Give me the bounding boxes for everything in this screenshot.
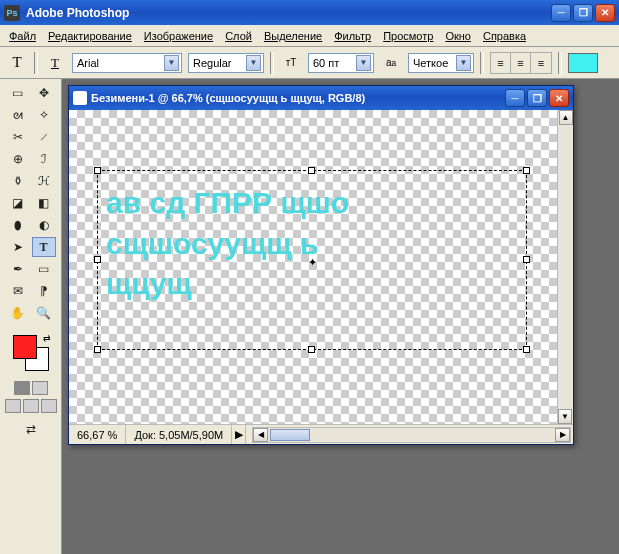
menubar: Файл Редактирование Изображение Слой Выд… <box>0 25 619 47</box>
screen-mode-1[interactable] <box>5 399 21 413</box>
scroll-thumb[interactable] <box>270 429 310 441</box>
history-brush-tool[interactable]: ℋ <box>32 171 56 191</box>
eyedropper-tool[interactable]: ⁋ <box>32 281 56 301</box>
move-tool[interactable]: ✥ <box>32 83 56 103</box>
chevron-down-icon: ▼ <box>456 55 471 71</box>
resize-handle[interactable] <box>523 346 530 353</box>
font-size-select[interactable]: 60 пт ▼ <box>308 53 374 73</box>
resize-handle[interactable] <box>523 256 530 263</box>
menu-layer[interactable]: Слой <box>220 28 257 44</box>
slice-tool[interactable]: ⟋ <box>32 127 56 147</box>
resize-handle[interactable] <box>308 346 315 353</box>
brush-tool[interactable]: ℐ <box>32 149 56 169</box>
wand-tool[interactable]: ✧ <box>32 105 56 125</box>
foreground-color-swatch[interactable] <box>13 335 37 359</box>
doc-minimize-button[interactable]: ─ <box>505 89 525 107</box>
document-title: Безимени-1 @ 66,7% (сщшосуущщ ь щцущ, RG… <box>91 92 365 104</box>
minimize-button[interactable]: ─ <box>551 4 571 22</box>
screen-mode-3[interactable] <box>41 399 57 413</box>
menu-select[interactable]: Выделение <box>259 28 327 44</box>
dodge-tool[interactable]: ◐ <box>32 215 56 235</box>
marquee-tool[interactable]: ▭ <box>6 83 30 103</box>
menu-view[interactable]: Просмотр <box>378 28 438 44</box>
menu-filter[interactable]: Фильтр <box>329 28 376 44</box>
screen-mode-2[interactable] <box>23 399 39 413</box>
resize-handle[interactable] <box>308 167 315 174</box>
text-color-swatch[interactable] <box>568 53 598 73</box>
font-family-select[interactable]: Arial ▼ <box>72 53 182 73</box>
orientation-toggle-icon[interactable]: T <box>44 52 66 74</box>
separator <box>34 52 38 74</box>
menu-help[interactable]: Справка <box>478 28 531 44</box>
font-style-select[interactable]: Regular ▼ <box>188 53 264 73</box>
document-statusbar: 66,67 % Док: 5,05M/5,90M ▶ ◀ ▶ <box>69 424 573 444</box>
eraser-tool[interactable]: ◪ <box>6 193 30 213</box>
menu-image[interactable]: Изображение <box>139 28 218 44</box>
separator <box>480 52 484 74</box>
hand-tool[interactable]: ✋ <box>6 303 30 323</box>
resize-handle[interactable] <box>94 256 101 263</box>
menu-edit[interactable]: Редактирование <box>43 28 137 44</box>
screen-mode-group <box>5 399 57 413</box>
document-icon <box>73 91 87 105</box>
center-point-icon: ✦ <box>308 256 317 269</box>
docinfo-menu-button[interactable]: ▶ <box>232 425 246 444</box>
notes-tool[interactable]: ✉ <box>6 281 30 301</box>
antialias-select[interactable]: Четкое ▼ <box>408 53 474 73</box>
horizontal-scrollbar[interactable]: ◀ ▶ <box>252 427 571 443</box>
close-button[interactable]: ✕ <box>595 4 615 22</box>
document-window: Безимени-1 @ 66,7% (сщшосуущщ ь щцущ, RG… <box>68 85 574 445</box>
antialias-icon: aa <box>380 52 402 74</box>
quickmask-mode-button[interactable] <box>32 381 48 395</box>
menu-file[interactable]: Файл <box>4 28 41 44</box>
align-right-button[interactable]: ≡ <box>531 53 551 73</box>
chevron-down-icon: ▼ <box>246 55 261 71</box>
doc-maximize-button[interactable]: ❐ <box>527 89 547 107</box>
shape-tool[interactable]: ▭ <box>32 259 56 279</box>
maximize-button[interactable]: ❐ <box>573 4 593 22</box>
zoom-tool[interactable]: 🔍 <box>32 303 56 323</box>
workspace: Безимени-1 @ 66,7% (сщшосуущщ ь щцущ, RG… <box>62 79 619 554</box>
jump-to-button[interactable]: ⇄ <box>7 419 55 439</box>
resize-handle[interactable] <box>94 167 101 174</box>
text-line: ав сд ГПРР щшо <box>106 183 518 224</box>
blur-tool[interactable]: ⬮ <box>6 215 30 235</box>
color-picker[interactable]: ⇄ <box>11 333 51 373</box>
scroll-up-button[interactable]: ▲ <box>559 110 573 125</box>
canvas[interactable]: ав сд ГПРР щшо сщшосуущщ ь щцущ ✦ <box>69 110 557 424</box>
font-style-value: Regular <box>193 57 232 69</box>
text-align-group: ≡ ≡ ≡ <box>490 52 552 74</box>
align-center-button[interactable]: ≡ <box>511 53 531 73</box>
document-titlebar[interactable]: Безимени-1 @ 66,7% (сщшосуущщ ь щцущ, RG… <box>69 86 573 110</box>
font-size-icon: тT <box>280 52 302 74</box>
toolbox: ▭ ✥ ᘛ ✧ ✂ ⟋ ⊕ ℐ ⚱ ℋ ◪ ◧ ⬮ ◐ ➤ T ✒ ▭ ✉ ⁋ … <box>0 79 62 554</box>
options-bar: T T Arial ▼ Regular ▼ тT 60 пт ▼ aa Четк… <box>0 47 619 79</box>
vertical-scrollbar[interactable]: ▲ ▼ <box>557 110 573 424</box>
type-tool-preset-icon[interactable]: T <box>6 52 28 74</box>
resize-handle[interactable] <box>94 346 101 353</box>
docinfo-field[interactable]: Док: 5,05M/5,90M <box>126 425 232 444</box>
scroll-track[interactable] <box>558 126 573 408</box>
canvas-text-content[interactable]: ав сд ГПРР щшо сщшосуущщ ь щцущ <box>98 171 526 317</box>
zoom-field[interactable]: 66,67 % <box>69 425 126 444</box>
align-left-button[interactable]: ≡ <box>491 53 511 73</box>
crop-tool[interactable]: ✂ <box>6 127 30 147</box>
doc-close-button[interactable]: ✕ <box>549 89 569 107</box>
stamp-tool[interactable]: ⚱ <box>6 171 30 191</box>
heal-tool[interactable]: ⊕ <box>6 149 30 169</box>
type-tool[interactable]: T <box>32 237 56 257</box>
zoom-value: 66,67 % <box>77 429 117 441</box>
scroll-down-button[interactable]: ▼ <box>558 409 572 424</box>
standard-mode-button[interactable] <box>14 381 30 395</box>
lasso-tool[interactable]: ᘛ <box>6 105 30 125</box>
gradient-tool[interactable]: ◧ <box>32 193 56 213</box>
text-line: щцущ <box>106 264 518 305</box>
resize-handle[interactable] <box>523 167 530 174</box>
scroll-left-button[interactable]: ◀ <box>253 428 268 442</box>
menu-window[interactable]: Окно <box>440 28 476 44</box>
scroll-right-button[interactable]: ▶ <box>555 428 570 442</box>
pen-tool[interactable]: ✒ <box>6 259 30 279</box>
path-select-tool[interactable]: ➤ <box>6 237 30 257</box>
swap-colors-icon[interactable]: ⇄ <box>43 333 51 343</box>
text-bounding-box[interactable]: ав сд ГПРР щшо сщшосуущщ ь щцущ ✦ <box>97 170 527 350</box>
